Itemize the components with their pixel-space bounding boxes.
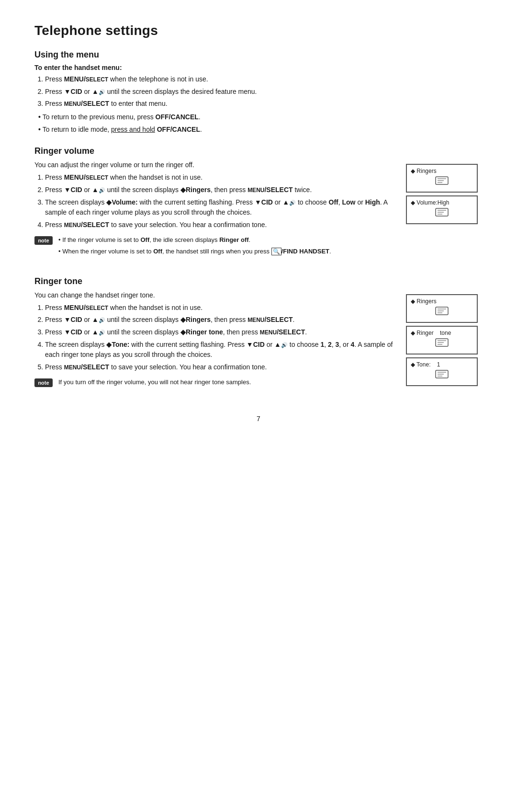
using-menu-bullet-1: To return to the previous menu, press OF… (38, 112, 483, 123)
rv-step-1: Press MENU/SELECT when the handset is no… (45, 172, 394, 183)
rt-step-2: Press ▼CID or ▲🔊 until the screen displa… (45, 315, 394, 325)
rv-step-3: The screen displays ◆Volume: with the cu… (45, 197, 394, 218)
rt-screen3-label: ◆ Tone: 1 (411, 361, 473, 368)
ringer-volume-section: Ringer volume You can adjust the ringer … (34, 146, 483, 264)
rv-screen1-label: ◆ Ringers (411, 168, 473, 174)
using-menu-bullet-2: To return to idle mode, press and hold O… (38, 125, 483, 135)
rv-note-1: • If the ringer volume is set to Off, th… (58, 235, 331, 245)
ringer-volume-steps: Press MENU/SELECT when the handset is no… (34, 172, 394, 230)
ringer-tone-steps: Press MENU/SELECT when the handset is no… (34, 303, 394, 373)
rt-screen-3: ◆ Tone: 1 (406, 357, 478, 386)
rt-screen-2: ◆ Ringer tone (406, 326, 478, 355)
ringer-tone-note-content: If you turn off the ringer volume, you w… (58, 377, 251, 389)
ringer-volume-note: note • If the ringer volume is set to Of… (34, 235, 394, 258)
ringer-tone-text: You can change the handset ringer tone. … (34, 290, 394, 396)
ringer-volume-text: You can adjust the ringer volume or turn… (34, 160, 394, 264)
using-menu-step-1: Press MENU/SELECT when the telephone is … (45, 74, 483, 85)
rv-screen2-icon (411, 208, 473, 217)
ringer-tone-title: Ringer tone (34, 276, 483, 286)
ringer-tone-note: note If you turn off the ringer volume, … (34, 377, 394, 389)
rt-step-5: Press MENU/SELECT to save your selection… (45, 362, 394, 373)
rv-screen-2: ◆ Volume:High (406, 195, 478, 224)
rt-step-1: Press MENU/SELECT when the handset is no… (45, 303, 394, 313)
ringer-tone-content: You can change the handset ringer tone. … (34, 290, 483, 396)
ringer-tone-intro: You can change the handset ringer tone. (34, 290, 394, 301)
rv-note-2: • When the ringer volume is set to Off, … (58, 247, 331, 256)
page-number: 7 (34, 415, 483, 423)
note-label-rt: note (34, 378, 53, 387)
rv-screen-1: ◆ Ringers (406, 164, 478, 193)
ringer-tone-section: Ringer tone You can change the handset r… (34, 276, 483, 396)
using-menu-section: Using the menu To enter the handset menu… (34, 50, 483, 135)
ringer-tone-screens: ◆ Ringers ◆ Ringer tone (406, 294, 483, 386)
using-menu-subsection: To enter the handset menu: (34, 64, 483, 71)
rv-step-4: Press MENU/SELECT to save your selection… (45, 220, 394, 230)
rv-step-2: Press ▼CID or ▲🔊 until the screen displa… (45, 185, 394, 195)
using-menu-steps: Press MENU/SELECT when the telephone is … (34, 74, 483, 109)
rt-step-3: Press ▼CID or ▲🔊 until the screen displa… (45, 327, 394, 338)
rt-step-4: The screen displays ◆Tone: with the curr… (45, 340, 394, 360)
ringer-volume-title: Ringer volume (34, 146, 483, 156)
rt-screen1-label: ◆ Ringers (411, 298, 473, 305)
ringer-volume-note-content: • If the ringer volume is set to Off, th… (58, 235, 331, 258)
ringer-volume-screens: ◆ Ringers ◆ Volume:High (406, 164, 483, 224)
ringer-volume-content: You can adjust the ringer volume or turn… (34, 160, 483, 264)
rt-screen2-icon (411, 338, 473, 347)
page-title: Telephone settings (34, 23, 483, 38)
rt-screen2-label: ◆ Ringer tone (411, 330, 473, 336)
note-label-rv: note (34, 236, 53, 245)
using-menu-step-2: Press ▼CID or ▲🔊 until the screen displa… (45, 87, 483, 97)
using-menu-step-3: Press MENU/SELECT to enter that menu. (45, 99, 483, 109)
rt-screen-1: ◆ Ringers (406, 294, 478, 323)
using-menu-title: Using the menu (34, 50, 483, 60)
ringer-volume-intro: You can adjust the ringer volume or turn… (34, 160, 394, 171)
rt-note-1: If you turn off the ringer volume, you w… (58, 377, 251, 387)
rt-screen3-icon (411, 370, 473, 378)
rv-screen2-label: ◆ Volume:High (411, 199, 473, 206)
rv-screen1-icon (411, 176, 473, 185)
rt-screen1-icon (411, 307, 473, 315)
using-menu-bullets: To return to the previous menu, press OF… (34, 112, 483, 135)
